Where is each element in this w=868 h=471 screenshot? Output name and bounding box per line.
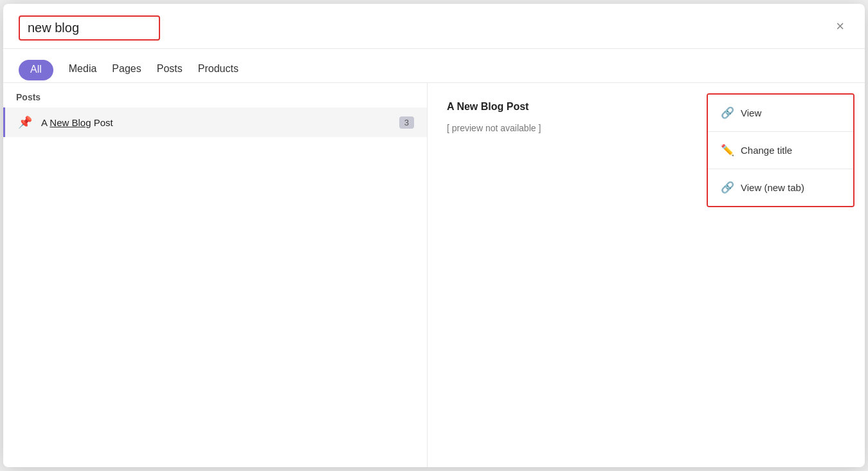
link-new-tab-icon: 🔗 <box>721 181 734 194</box>
tab-media[interactable]: Media <box>69 58 97 82</box>
preview-area: A New Blog Post [ preview not available … <box>428 83 707 467</box>
list-item[interactable]: 📌 A New Blog Post 3 <box>3 107 427 137</box>
right-panel: A New Blog Post [ preview not available … <box>428 83 865 467</box>
search-modal: × All Media Pages Posts Products Posts 📌… <box>3 4 865 467</box>
view-button[interactable]: 🔗 View <box>708 95 853 132</box>
item-badge: 3 <box>399 116 414 129</box>
left-panel: Posts 📌 A New Blog Post 3 <box>3 83 428 467</box>
tab-products[interactable]: Products <box>198 58 239 82</box>
tab-posts[interactable]: Posts <box>157 58 183 82</box>
pencil-icon: ✏️ <box>721 143 734 157</box>
section-label: Posts <box>3 83 427 107</box>
view-label: View <box>741 107 761 118</box>
link-icon: 🔗 <box>721 106 734 120</box>
view-new-tab-button[interactable]: 🔗 View (new tab) <box>708 169 853 206</box>
change-title-label: Change title <box>741 145 792 156</box>
change-title-button[interactable]: ✏️ Change title <box>708 132 853 169</box>
filter-bar: All Media Pages Posts Products <box>3 49 865 83</box>
tab-pages[interactable]: Pages <box>112 58 141 82</box>
actions-panel: 🔗 View ✏️ Change title 🔗 View (new tab) <box>707 93 854 207</box>
item-title-highlight: New Blog <box>50 117 91 128</box>
preview-text: [ preview not available ] <box>447 123 687 133</box>
item-title: A New Blog Post <box>41 117 393 128</box>
view-new-tab-label: View (new tab) <box>741 182 804 193</box>
preview-title: A New Blog Post <box>447 101 687 113</box>
content-area: Posts 📌 A New Blog Post 3 A New Blog Pos… <box>3 83 865 467</box>
close-button[interactable]: × <box>831 17 849 36</box>
tab-all[interactable]: All <box>19 60 53 80</box>
search-input[interactable] <box>19 15 160 41</box>
modal-header: × <box>3 4 865 49</box>
pin-icon: 📌 <box>18 115 32 129</box>
